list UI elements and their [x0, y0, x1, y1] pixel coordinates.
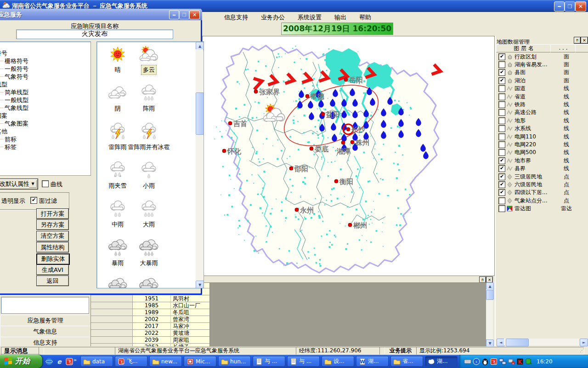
scroll-right-icon[interactable]: ► — [580, 339, 588, 346]
symbol-tree[interactable]: 符号┈ 栅格符号┈ 一般符号┈ 气象符号线型┈ 简单线型┈ 一般线型┈ 气象线型… — [0, 41, 91, 176]
taskbar-task-0[interactable]: data — [80, 356, 113, 367]
layer-row[interactable]: 水系线线 — [496, 125, 588, 133]
dialog-button[interactable]: 删除实体 — [36, 253, 70, 265]
layer-checkbox[interactable] — [498, 117, 505, 124]
close-icon[interactable]: ✕ — [581, 37, 588, 44]
map-canvas[interactable]: 张家界岳阳常德益阳吉首长沙株州湘潭娄底怀化邵阳衡阳永州郴州 — [202, 36, 495, 276]
layer-checkbox[interactable] — [498, 109, 505, 116]
layers-hscrollbar[interactable]: ◄ ► — [497, 339, 588, 346]
taskbar-task-7[interactable]: 设... — [322, 356, 354, 367]
chevron-down-icon[interactable]: ▼ — [29, 180, 37, 188]
layer-row[interactable]: 高速公路线 — [496, 109, 588, 117]
layer-checkbox[interactable] — [498, 61, 505, 68]
dialog-button[interactable]: 清空方案 — [36, 231, 69, 242]
maximize-button[interactable]: ❐ — [179, 10, 189, 19]
table-row-header[interactable] — [91, 330, 133, 337]
sidebar-listbox[interactable] — [1, 297, 89, 314]
sidebar-item-1[interactable]: 气象信息 — [0, 326, 90, 337]
dialog-button[interactable]: 另存方案 — [36, 219, 69, 230]
tree-node-root[interactable]: 符号 — [0, 49, 7, 58]
layer-row[interactable]: ✔湖泊面 — [496, 76, 588, 85]
layer-row[interactable]: ✔县面面 — [496, 69, 588, 77]
netoff-icon[interactable]: x — [508, 358, 515, 365]
explorer-icon[interactable]: e — [55, 357, 63, 366]
resize-grip[interactable]: ⋰ — [580, 348, 584, 353]
table-row-header[interactable] — [91, 316, 133, 323]
table-cell-id[interactable]: 2002 — [133, 316, 171, 323]
face-filter-checkbox[interactable]: ✔ — [30, 197, 37, 204]
weather-symbol-list[interactable]: 晴多云阴阵雨雷阵雨雷阵雨并有冰雹**雨夹雪小雨中雨大雨暴雨大暴雨 ▲ ▼ — [96, 41, 204, 288]
layer-checkbox[interactable]: ✔ — [498, 157, 505, 164]
table-row-header[interactable] — [91, 323, 133, 330]
table-cell-id[interactable]: 2022 — [133, 330, 171, 337]
taskbar-task-3[interactable]: Mic... — [184, 356, 216, 367]
close-button[interactable]: ✕ — [189, 10, 200, 19]
keyboard-icon[interactable] — [464, 358, 471, 365]
weather-item[interactable]: 雷阵雨并有冰雹 — [124, 123, 174, 152]
network-icon[interactable] — [499, 358, 506, 365]
tree-node-root[interactable]: 线型 — [0, 80, 7, 89]
tree-node-leaf[interactable]: ┈ 标签 — [0, 143, 17, 151]
menu-item-3[interactable]: 输出 — [331, 12, 350, 23]
weather-item[interactable]: 大暴雨 — [124, 239, 174, 268]
menu-item-4[interactable]: 帮助 — [356, 12, 375, 23]
dialog-button[interactable]: 打开方案 — [36, 208, 69, 219]
taskbar-task-4[interactable]: hun... — [218, 356, 251, 367]
table-cell-id[interactable]: 1951 — [133, 295, 171, 302]
taskbar-task-6[interactable]: 与 ... — [287, 356, 320, 367]
taskbar-task-9[interactable]: 省... — [390, 356, 423, 367]
tree-node-leaf[interactable]: ┈ 气象符号 — [0, 73, 28, 81]
layer-row[interactable]: 省道线 — [496, 92, 588, 101]
layer-row[interactable]: 雷达图雷达 — [496, 205, 588, 213]
taskbar-task-1[interactable]: 飞飞... — [115, 356, 147, 367]
layer-row[interactable]: 电网220线 — [496, 140, 588, 149]
layer-checkbox[interactable] — [498, 101, 505, 108]
minimize-button[interactable]: ━ — [169, 10, 179, 19]
layer-checkbox[interactable]: ✔ — [498, 181, 505, 188]
scroll-thumb[interactable] — [196, 92, 204, 135]
layer-row[interactable]: ✔县界线 — [496, 165, 588, 173]
tree-node-leaf[interactable]: ┈ 一般线型 — [0, 96, 28, 104]
layer-checkbox[interactable]: ✔ — [498, 173, 505, 180]
layer-checkbox[interactable] — [498, 85, 505, 92]
layer-row[interactable]: ✔六级居民地点 — [496, 180, 588, 189]
pin-icon[interactable]: ᴨ — [574, 37, 581, 44]
layers-header-more[interactable]: . . . — [550, 44, 576, 52]
fetion-icon[interactable]: 飞 — [65, 357, 74, 366]
close-icon[interactable]: ✕ — [486, 276, 493, 283]
layer-checkbox[interactable] — [498, 141, 505, 148]
bottom-vscrollbar[interactable]: ▲ ▼ — [486, 282, 493, 346]
weather-item[interactable]: 大雨 — [124, 200, 174, 229]
scroll-thumb[interactable] — [486, 290, 494, 300]
taskbar-task-2[interactable]: new... — [149, 356, 182, 367]
layer-checkbox[interactable] — [498, 133, 505, 140]
table-cell-id[interactable]: 2017 — [133, 323, 171, 330]
layer-row[interactable]: 气象站点分...点 — [496, 196, 588, 205]
layer-checkbox[interactable] — [498, 197, 505, 204]
project-name-input[interactable]: 火灾发布 — [16, 29, 173, 39]
curve-checkbox[interactable] — [42, 180, 49, 187]
maximize-button[interactable]: ❐ — [565, 1, 575, 12]
layer-checkbox[interactable] — [498, 93, 505, 100]
layer-checkbox[interactable]: ✔ — [498, 165, 505, 172]
tree-node-root[interactable]: 其他 — [0, 127, 7, 136]
layer-checkbox[interactable]: ✔ — [498, 189, 505, 196]
menu-item-2[interactable]: 系统设置 — [294, 12, 325, 23]
kav-icon[interactable]: K — [516, 358, 524, 365]
weather-item[interactable]: 多云 — [124, 46, 174, 75]
minimize-button[interactable]: ━ — [554, 1, 565, 12]
layer-row[interactable]: 电网110线 — [496, 132, 588, 141]
scroll-thumb[interactable] — [506, 339, 529, 346]
layer-checkbox[interactable] — [498, 125, 505, 132]
sidebar-item-0[interactable]: 应急服务管理 — [0, 315, 90, 326]
tree-node-leaf[interactable]: ┈ 栅格符号 — [0, 57, 28, 65]
fetion-tray-icon[interactable]: 飞 — [490, 358, 498, 365]
tree-node-leaf[interactable]: ┈ 箭标 — [0, 135, 17, 144]
default-attr-combo[interactable]: 修改默认属性 ▼ — [0, 178, 38, 190]
layer-row[interactable]: ✔地市界线 — [496, 156, 588, 165]
layer-checkbox[interactable]: ✔ — [498, 69, 505, 76]
layer-checkbox[interactable] — [498, 205, 505, 212]
menu-item-0[interactable]: 信息支持 — [220, 12, 252, 23]
menu-item-1[interactable]: 业务办公 — [257, 12, 288, 23]
layers-header-name[interactable]: 图 层 名 — [496, 44, 551, 52]
